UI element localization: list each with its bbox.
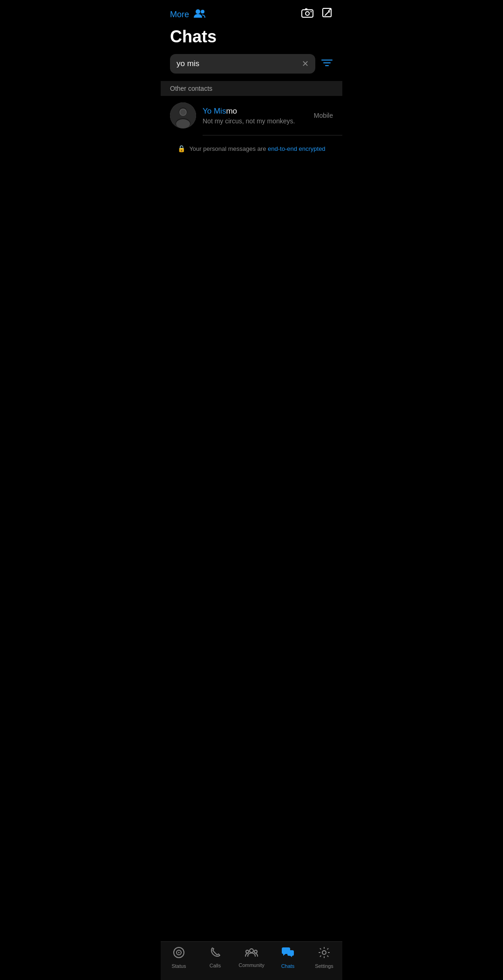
header: More <box>161 0 342 25</box>
svg-point-3 <box>306 12 309 15</box>
filter-icon[interactable] <box>321 58 333 69</box>
page-title: Chats <box>161 25 342 54</box>
svg-rect-4 <box>305 8 307 10</box>
avatar-yo-mismo <box>170 102 196 128</box>
svg-line-8 <box>329 9 331 11</box>
encryption-link[interactable]: end-to-end encrypted <box>268 145 326 152</box>
contact-info-yo-mismo: Yo Mismo Not my circus, not my monkeys. <box>203 107 307 125</box>
encryption-text: Your personal messages are end-to-end en… <box>189 145 325 152</box>
search-bar[interactable]: ✕ <box>170 54 315 74</box>
more-button[interactable]: More <box>170 10 189 20</box>
lock-icon: 🔒 <box>177 145 185 152</box>
svg-point-0 <box>196 9 200 14</box>
contact-item-yo-mismo[interactable]: Yo Mismo Not my circus, not my monkeys. … <box>161 96 342 135</box>
svg-rect-2 <box>302 10 313 17</box>
contact-name-yo-mismo: Yo Mismo <box>203 107 307 116</box>
main-content: Other contacts Yo Mismo Not my circu <box>161 81 342 208</box>
svg-line-7 <box>325 12 329 15</box>
header-left: More <box>170 8 206 20</box>
contact-status-yo-mismo: Not my circus, not my monkeys. <box>203 117 307 125</box>
header-right <box>301 7 333 21</box>
clear-icon[interactable]: ✕ <box>302 59 309 69</box>
contact-meta-yo-mismo: Mobile <box>314 112 333 119</box>
svg-point-18 <box>176 119 190 128</box>
camera-icon[interactable] <box>301 8 313 21</box>
svg-point-1 <box>201 10 204 14</box>
contact-name-rest: mo <box>226 107 237 115</box>
search-row: ✕ <box>161 54 342 81</box>
encryption-notice: 🔒 Your personal messages are end-to-end … <box>161 135 342 162</box>
contact-name-highlight: Yo Mis <box>203 107 226 115</box>
people-icon[interactable] <box>194 8 206 20</box>
search-input[interactable] <box>177 59 298 68</box>
svg-point-17 <box>180 109 186 115</box>
compose-icon[interactable] <box>322 7 333 21</box>
svg-point-5 <box>311 11 312 13</box>
section-header-other-contacts: Other contacts <box>161 81 342 96</box>
